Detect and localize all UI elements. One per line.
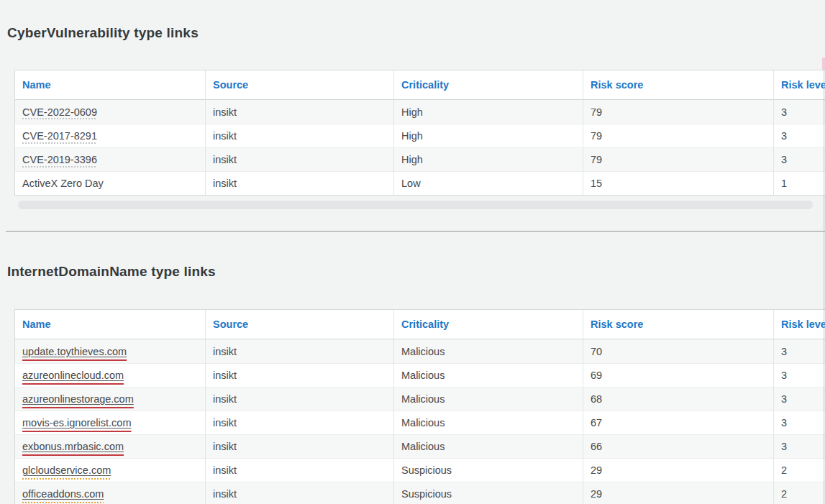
cell-risk-level: 1: [774, 171, 825, 195]
section-title-cybervulnerability: CyberVulnerability type links: [7, 25, 199, 41]
cell-source: insikt: [206, 434, 394, 458]
cell-criticality: High: [394, 100, 583, 124]
cell-source: insikt: [206, 147, 394, 171]
cell-risk-level: 3: [774, 339, 825, 363]
table-row: movis-es.ignorelist.cominsiktMalicious67…: [15, 411, 825, 434]
table-row: CVE-2017-8291insiktHigh793: [15, 124, 825, 147]
cell-risk-level: 2: [774, 482, 825, 504]
entity-link[interactable]: CVE-2019-3396: [22, 154, 97, 165]
column-header-source[interactable]: Source: [206, 310, 394, 339]
entity-link[interactable]: CVE-2022-0609: [22, 106, 97, 118]
entity-link-text-inner: movis-es.ignorelist.com: [22, 417, 132, 429]
section-divider: [6, 231, 825, 232]
cell-criticality: Malicious: [394, 434, 583, 458]
cell-name: azureonlinestorage.com: [15, 387, 206, 411]
column-header-criticality[interactable]: Criticality: [394, 70, 583, 100]
entity-link-text: CVE-2017-8291: [22, 130, 97, 142]
entity-link-text-inner: CVE-2019-3396: [22, 154, 97, 165]
cell-risk-score: 70: [583, 339, 774, 363]
cell-source: insikt: [206, 124, 394, 147]
clipped-right-edge-element: [822, 58, 825, 70]
cell-name: azureonlinecloud.com: [15, 363, 206, 387]
cell-criticality: Malicious: [394, 411, 583, 434]
entity-link-text-inner: exbonus.mrbasic.com: [22, 441, 124, 452]
column-header-risk-score[interactable]: Risk score: [583, 70, 774, 100]
cell-source: insikt: [206, 100, 394, 124]
entity-link[interactable]: exbonus.mrbasic.com: [22, 441, 124, 452]
cell-risk-score: 79: [583, 100, 774, 124]
entity-link[interactable]: ActiveX Zero Day: [22, 178, 104, 189]
column-header-risk-level[interactable]: Risk level: [774, 70, 825, 100]
cell-risk-level: 3: [774, 100, 825, 124]
cell-criticality: Malicious: [394, 339, 583, 363]
internetdomainname-links-table: NameSourceCriticalityRisk scoreRisk leve…: [14, 309, 825, 504]
entity-link-text-inner: officeaddons.com: [22, 488, 104, 500]
entity-link[interactable]: officeaddons.com: [22, 488, 104, 500]
cell-risk-level: 3: [774, 124, 825, 147]
table-row: ActiveX Zero DayinsiktLow151: [15, 171, 825, 195]
cell-risk-level: 3: [774, 387, 825, 411]
entity-link-text-inner: azureonlinestorage.com: [22, 393, 134, 405]
cell-source: insikt: [206, 482, 394, 504]
table-row: glcloudservice.cominsiktSuspicious292: [15, 458, 825, 482]
entity-link[interactable]: CVE-2017-8291: [22, 130, 97, 142]
cell-criticality: High: [394, 147, 583, 171]
horizontal-scrollbar-thumb[interactable]: [18, 201, 813, 209]
cell-source: insikt: [206, 363, 394, 387]
cell-criticality: High: [394, 124, 583, 147]
column-header-name[interactable]: Name: [15, 70, 206, 100]
cell-name: CVE-2022-0609: [15, 100, 206, 124]
table-row: exbonus.mrbasic.cominsiktMalicious663: [15, 434, 825, 458]
cell-risk-level: 3: [774, 411, 825, 434]
cell-source: insikt: [206, 387, 394, 411]
entity-link[interactable]: azureonlinecloud.com: [22, 370, 124, 381]
column-header-name[interactable]: Name: [15, 310, 206, 339]
table-row: CVE-2019-3396insiktHigh793: [15, 147, 825, 171]
cell-criticality: Malicious: [394, 363, 583, 387]
cybervulnerability-links-table: NameSourceCriticalityRisk scoreRisk leve…: [14, 70, 825, 196]
entity-link[interactable]: movis-es.ignorelist.com: [22, 417, 132, 429]
column-header-source[interactable]: Source: [206, 70, 394, 100]
header-row: NameSourceCriticalityRisk scoreRisk leve…: [15, 310, 825, 339]
column-header-risk-level[interactable]: Risk level: [774, 310, 825, 339]
cell-risk-level: 2: [774, 458, 825, 482]
cell-risk-score: 79: [583, 124, 774, 147]
column-header-risk-score[interactable]: Risk score: [583, 310, 774, 339]
entity-link-text-inner: glcloudservice.com: [22, 464, 111, 476]
cell-name: glcloudservice.com: [15, 458, 206, 482]
entity-link-text: CVE-2019-3396: [22, 154, 97, 165]
column-header-criticality[interactable]: Criticality: [394, 310, 583, 339]
table-header-row: NameSourceCriticalityRisk scoreRisk leve…: [15, 310, 825, 339]
cell-criticality: Malicious: [394, 387, 583, 411]
entity-link-text-inner: ActiveX Zero Day: [22, 178, 104, 189]
entity-link-text: glcloudservice.com: [22, 464, 111, 476]
entity-link-text: officeaddons.com: [22, 488, 104, 500]
cell-risk-score: 68: [583, 387, 774, 411]
entity-link-text: azureonlinestorage.com: [22, 393, 134, 405]
table-row: officeaddons.cominsiktSuspicious292: [15, 482, 825, 504]
entity-link-text: ActiveX Zero Day: [22, 178, 104, 189]
cell-risk-score: 29: [583, 482, 774, 504]
entity-link-text: update.toythieves.com: [22, 346, 127, 357]
cell-name: CVE-2019-3396: [15, 147, 206, 171]
cell-criticality: Low: [394, 171, 583, 195]
entity-link[interactable]: azureonlinestorage.com: [22, 393, 134, 405]
cell-risk-score: 79: [583, 147, 774, 171]
cell-source: insikt: [206, 339, 394, 363]
entity-link[interactable]: update.toythieves.com: [22, 346, 127, 357]
table-body: CVE-2022-0609insiktHigh793CVE-2017-8291i…: [15, 100, 825, 195]
entity-link-text: CVE-2022-0609: [22, 106, 97, 118]
cell-risk-level: 3: [774, 363, 825, 387]
cell-risk-score: 15: [583, 171, 774, 195]
cell-criticality: Suspicious: [394, 482, 583, 504]
cell-name: officeaddons.com: [15, 482, 206, 504]
cell-risk-score: 29: [583, 458, 774, 482]
entity-link-text-inner: CVE-2017-8291: [22, 130, 97, 142]
table-header-row: NameSourceCriticalityRisk scoreRisk leve…: [15, 70, 825, 100]
cell-risk-score: 69: [583, 363, 774, 387]
entity-link[interactable]: glcloudservice.com: [22, 464, 111, 476]
cell-risk-score: 66: [583, 434, 774, 458]
cell-source: insikt: [206, 458, 394, 482]
entity-link-text-inner: CVE-2022-0609: [22, 106, 97, 118]
table-row: CVE-2022-0609insiktHigh793: [15, 100, 825, 124]
